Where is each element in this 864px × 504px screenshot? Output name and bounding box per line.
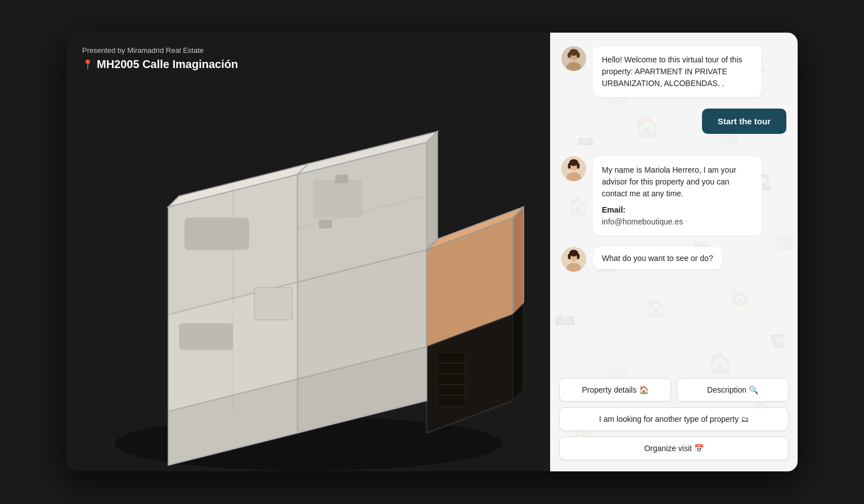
floor-plan-visualization <box>82 78 534 471</box>
advisor-bubble: My name is Mariola Herrero, I am your ad… <box>593 156 762 236</box>
svg-marker-11 <box>513 207 524 314</box>
svg-rect-24 <box>179 323 233 350</box>
svg-marker-13 <box>513 304 524 400</box>
svg-rect-23 <box>319 220 332 228</box>
question-bubble: What do you want to see or do? <box>593 247 722 269</box>
question-block: What do you want to see or do? <box>561 247 786 272</box>
app-container: Presented by Miramadrid Real Estate 📍 MH… <box>66 33 798 471</box>
email-value: info@homeboutique.es <box>602 216 753 228</box>
email-label: Email: <box>602 204 753 216</box>
svg-rect-20 <box>184 218 249 250</box>
address-text: MH2005 Calle Imaginación <box>97 58 238 71</box>
svg-point-67 <box>568 163 571 169</box>
pin-icon: 📍 <box>82 59 93 70</box>
svg-point-68 <box>577 163 580 169</box>
looking-for-another-button[interactable]: I am looking for another type of propert… <box>559 407 789 431</box>
start-tour-wrapper: Start the tour <box>561 109 786 145</box>
left-panel: Presented by Miramadrid Real Estate 📍 MH… <box>66 33 550 471</box>
welcome-message-block: Hello! Welcome to this virtual tour of t… <box>561 46 786 97</box>
advisor-text: My name is Mariola Herrero, I am your ad… <box>602 165 736 198</box>
svg-marker-6 <box>427 132 438 250</box>
organize-visit-button[interactable]: Organize visit 📅 <box>559 436 789 460</box>
question-text: What do you want to see or do? <box>602 254 713 263</box>
property-details-button[interactable]: Property details 🏠 <box>559 378 671 402</box>
svg-point-66 <box>569 159 578 166</box>
property-address: 📍 MH2005 Calle Imaginación <box>82 58 534 71</box>
svg-rect-26 <box>438 352 465 406</box>
action-row-1: Property details 🏠 Description 🔍 <box>559 378 789 402</box>
svg-point-75 <box>577 254 580 259</box>
avatar-welcome <box>561 46 586 71</box>
chat-scroll[interactable]: Hello! Welcome to this virtual tour of t… <box>550 33 798 378</box>
advisor-message-block: My name is Mariola Herrero, I am your ad… <box>561 156 786 236</box>
description-button[interactable]: Description 🔍 <box>677 378 789 402</box>
svg-point-74 <box>568 254 571 259</box>
presented-by-text: Presented by Miramadrid Real Estate <box>82 46 534 55</box>
action-buttons-area: Property details 🏠 Description 🔍 I am lo… <box>550 378 798 471</box>
welcome-bubble: Hello! Welcome to this virtual tour of t… <box>593 46 762 97</box>
svg-rect-22 <box>335 174 348 183</box>
avatar-advisor <box>561 156 586 181</box>
svg-point-60 <box>568 52 571 58</box>
property-header: Presented by Miramadrid Real Estate 📍 MH… <box>82 46 534 71</box>
welcome-text: Hello! Welcome to this virtual tour of t… <box>602 55 742 88</box>
right-panel: 🏠 🏢 🏡 🏠 🏗 🏘 🏠 🏢 🏡 🏠 🏘 🏗 🏡 🏠 🏢 🏘 🏠 🏡 🏢 <box>550 33 798 471</box>
svg-rect-25 <box>254 287 292 320</box>
avatar-question <box>561 247 586 272</box>
svg-point-61 <box>577 52 580 58</box>
floor-plan-area <box>82 78 534 471</box>
start-tour-button[interactable]: Start the tour <box>702 109 786 134</box>
svg-point-73 <box>569 250 578 256</box>
svg-rect-21 <box>314 180 362 218</box>
